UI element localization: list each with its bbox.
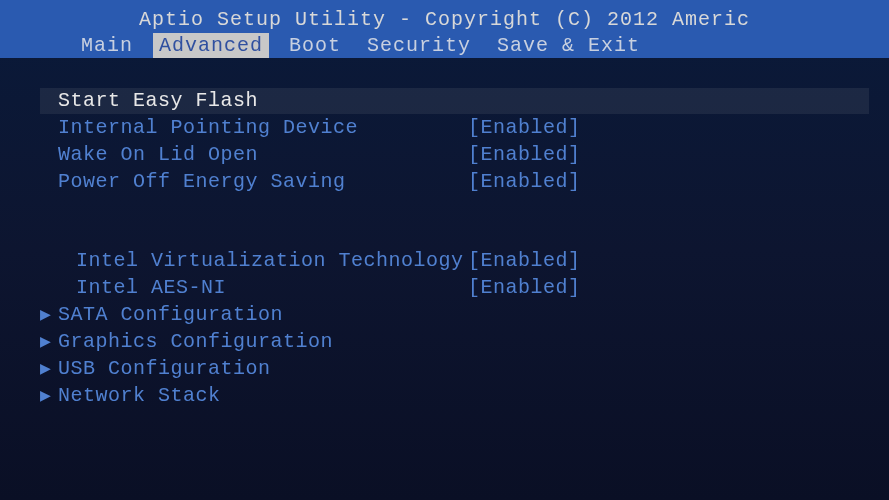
tab-advanced[interactable]: Advanced [153, 33, 269, 58]
tab-bar: Main Advanced Boot Security Save & Exit [0, 33, 889, 58]
item-value: [Enabled] [468, 251, 581, 271]
group-spacer [40, 196, 869, 248]
submenu-arrow-icon: ▶ [40, 360, 58, 378]
item-label: Power Off Energy Saving [58, 172, 468, 192]
item-intel-virtualization[interactable]: Intel Virtualization Technology [Enabled… [40, 248, 869, 274]
item-label: USB Configuration [58, 359, 468, 379]
item-label: Network Stack [58, 386, 468, 406]
item-label: Start Easy Flash [58, 91, 468, 111]
item-value: [Enabled] [468, 172, 581, 192]
item-value: [Enabled] [468, 118, 581, 138]
item-label: Graphics Configuration [58, 332, 468, 352]
item-wake-on-lid-open[interactable]: Wake On Lid Open [Enabled] [40, 142, 869, 168]
item-label: Intel AES-NI [76, 278, 468, 298]
settings-panel: Start Easy Flash Internal Pointing Devic… [0, 58, 889, 409]
item-value: [Enabled] [468, 278, 581, 298]
submenu-arrow-icon: ▶ [40, 333, 58, 351]
bios-title: Aptio Setup Utility - Copyright (C) 2012… [0, 4, 889, 33]
bios-screen: Aptio Setup Utility - Copyright (C) 2012… [0, 0, 889, 500]
item-sata-configuration[interactable]: ▶ SATA Configuration [40, 302, 869, 328]
item-graphics-configuration[interactable]: ▶ Graphics Configuration [40, 329, 869, 355]
item-start-easy-flash[interactable]: Start Easy Flash [40, 88, 869, 114]
tab-save-exit[interactable]: Save & Exit [491, 33, 646, 58]
tab-main[interactable]: Main [75, 33, 139, 58]
submenu-arrow-icon: ▶ [40, 306, 58, 324]
item-label: Wake On Lid Open [58, 145, 468, 165]
tab-security[interactable]: Security [361, 33, 477, 58]
tab-boot[interactable]: Boot [283, 33, 347, 58]
item-internal-pointing-device[interactable]: Internal Pointing Device [Enabled] [40, 115, 869, 141]
item-value: [Enabled] [468, 145, 581, 165]
item-label: Internal Pointing Device [58, 118, 468, 138]
item-network-stack[interactable]: ▶ Network Stack [40, 383, 869, 409]
header-bar: Aptio Setup Utility - Copyright (C) 2012… [0, 0, 889, 58]
submenu-arrow-icon: ▶ [40, 387, 58, 405]
item-label: SATA Configuration [58, 305, 468, 325]
item-power-off-energy-saving[interactable]: Power Off Energy Saving [Enabled] [40, 169, 869, 195]
item-usb-configuration[interactable]: ▶ USB Configuration [40, 356, 869, 382]
item-label: Intel Virtualization Technology [76, 251, 468, 271]
item-intel-aes-ni[interactable]: Intel AES-NI [Enabled] [40, 275, 869, 301]
